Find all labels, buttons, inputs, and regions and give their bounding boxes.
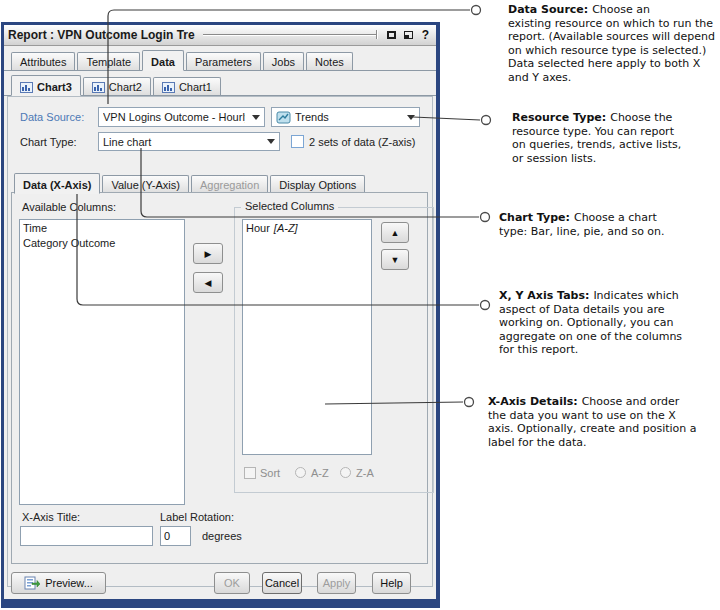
sort-checkbox-label: Sort bbox=[260, 467, 280, 479]
sort-za-radio bbox=[340, 467, 351, 478]
window-maximize-button[interactable] bbox=[385, 29, 398, 42]
list-item[interactable]: Hour[A-Z] bbox=[243, 221, 371, 236]
ok-button: OK bbox=[214, 572, 250, 594]
selected-column-name: Hour bbox=[246, 222, 270, 234]
data-tab-content: Data Source: VPN Logins Outcome - Hourly… bbox=[7, 96, 433, 587]
annotation-title: X, Y Axis Tabs: bbox=[499, 289, 589, 302]
tab-jobs-label: Jobs bbox=[272, 56, 295, 68]
chart-tab-strip: Chart3 Chart2 Chart1 bbox=[4, 72, 436, 96]
sort-az-label: A-Z bbox=[311, 467, 329, 479]
tab-parameters-label: Parameters bbox=[195, 56, 252, 68]
tab-data[interactable]: Data bbox=[142, 50, 184, 71]
titlebar-grip bbox=[203, 30, 377, 40]
callout-circle-resource-type bbox=[482, 116, 491, 125]
sort-za-label: Z-A bbox=[356, 467, 374, 479]
window-restore-button[interactable] bbox=[402, 29, 415, 42]
move-up-button[interactable]: ▲ bbox=[381, 222, 409, 243]
z-axis-checkbox-label: 2 sets of data (Z-axis) bbox=[309, 136, 415, 148]
tab-display-options[interactable]: Display Options bbox=[270, 175, 365, 193]
label-rotation-label: Label Rotation: bbox=[160, 511, 234, 523]
list-item[interactable]: Category Outcome bbox=[20, 236, 184, 251]
selected-columns-group-label: Selected Columns bbox=[241, 200, 338, 212]
tab-chart1[interactable]: Chart1 bbox=[153, 77, 221, 95]
help-button-label: Help bbox=[380, 577, 403, 589]
apply-button-label: Apply bbox=[323, 577, 351, 589]
tab-template-label: Template bbox=[86, 56, 131, 68]
selected-columns-group: Selected Columns Hour[A-Z] ▲ ▼ Sort A-Z … bbox=[234, 207, 434, 493]
chart-type-value: Line chart bbox=[103, 136, 260, 148]
help-icon: ? bbox=[422, 29, 429, 41]
screen: Report : VPN Outcome Login Tre ? Attribu… bbox=[0, 0, 720, 610]
z-axis-checkbox[interactable] bbox=[291, 135, 304, 148]
axis-tab-strip: Data (X-Axis) Value (Y-Axis) Aggregation… bbox=[11, 170, 428, 193]
data-source-select[interactable]: VPN Logins Outcome - Hourly bbox=[98, 107, 265, 127]
tab-attributes[interactable]: Attributes bbox=[11, 52, 75, 70]
annotation-data-source: Data Source:Choose an existing resource … bbox=[508, 3, 720, 84]
ok-button-label: OK bbox=[224, 577, 240, 589]
x-axis-panel: Available Columns: Time Category Outcome… bbox=[11, 192, 428, 564]
chevron-down-icon bbox=[252, 115, 260, 120]
annotation-title: Data Source: bbox=[508, 3, 588, 16]
move-right-button[interactable]: ▶ bbox=[193, 243, 223, 264]
report-dialog-window: Report : VPN Outcome Login Tre ? Attribu… bbox=[1, 22, 440, 608]
tab-notes-label: Notes bbox=[315, 56, 344, 68]
trends-resource-icon bbox=[276, 111, 291, 124]
tab-attributes-label: Attributes bbox=[20, 56, 66, 68]
preview-report-icon bbox=[24, 576, 40, 590]
bar-chart-icon bbox=[20, 82, 33, 93]
annotation-chart-type: Chart Type:Choose a chart type: Bar, lin… bbox=[499, 211, 720, 238]
tab-chart2[interactable]: Chart2 bbox=[83, 77, 151, 95]
tab-notes[interactable]: Notes bbox=[306, 52, 353, 70]
x-axis-title-label: X-Axis Title: bbox=[22, 511, 80, 523]
tab-aggregation: Aggregation bbox=[191, 175, 268, 193]
available-columns-label: Available Columns: bbox=[22, 201, 116, 213]
main-tab-strip: Attributes Template Data Parameters Jobs… bbox=[4, 47, 436, 71]
list-item[interactable]: Time bbox=[20, 221, 184, 236]
tab-jobs[interactable]: Jobs bbox=[263, 52, 304, 70]
annotation-resource-type: Resource Type:Choose the resource type. … bbox=[512, 111, 720, 165]
preview-button[interactable]: Preview... bbox=[11, 572, 106, 594]
chart-type-label: Chart Type: bbox=[20, 136, 77, 148]
chevron-down-icon bbox=[267, 139, 275, 144]
preview-button-label: Preview... bbox=[45, 577, 93, 589]
tab-chart2-label: Chart2 bbox=[109, 81, 142, 93]
tab-data-x-axis[interactable]: Data (X-Axis) bbox=[14, 173, 100, 194]
tab-chart3-label: Chart3 bbox=[37, 81, 72, 93]
titlebar: Report : VPN Outcome Login Tre ? bbox=[4, 25, 436, 46]
x-axis-title-input[interactable] bbox=[20, 526, 153, 546]
callout-circle-chart-type bbox=[481, 213, 490, 222]
resource-type-select[interactable]: Trends bbox=[271, 107, 420, 127]
tab-template[interactable]: Template bbox=[77, 52, 140, 70]
callout-circle-x-axis-details bbox=[465, 398, 474, 407]
callout-circle-data-source bbox=[472, 6, 481, 15]
tab-parameters[interactable]: Parameters bbox=[186, 52, 261, 70]
tab-value-y-axis[interactable]: Value (Y-Axis) bbox=[102, 175, 188, 193]
data-source-label: Data Source: bbox=[20, 111, 84, 123]
data-source-value: VPN Logins Outcome - Hourly bbox=[103, 111, 245, 123]
move-left-button[interactable]: ◀ bbox=[193, 272, 223, 293]
move-down-button[interactable]: ▼ bbox=[381, 249, 409, 270]
annotation-x-axis-details: X-Axis Details:Choose and order the data… bbox=[488, 395, 712, 449]
tab-aggregation-label: Aggregation bbox=[200, 179, 259, 191]
tab-data-label: Data bbox=[151, 56, 175, 68]
window-help-button[interactable]: ? bbox=[419, 29, 432, 42]
label-rotation-input[interactable] bbox=[160, 526, 191, 546]
tab-data-x-axis-label: Data (X-Axis) bbox=[23, 179, 91, 191]
help-button[interactable]: Help bbox=[372, 572, 411, 594]
callout-circle-xy-axis-tabs bbox=[481, 301, 490, 310]
tab-chart1-label: Chart1 bbox=[179, 81, 212, 93]
tab-value-y-axis-label: Value (Y-Axis) bbox=[111, 179, 179, 191]
resource-type-value: Trends bbox=[295, 111, 400, 123]
annotation-title: Chart Type: bbox=[499, 211, 570, 224]
maximize-icon bbox=[387, 31, 396, 39]
chart-type-select[interactable]: Line chart bbox=[98, 132, 280, 151]
apply-button: Apply bbox=[317, 572, 356, 594]
tab-chart3[interactable]: Chart3 bbox=[11, 75, 81, 96]
available-columns-list[interactable]: Time Category Outcome bbox=[19, 219, 185, 505]
annotation-xy-axis-tabs: X, Y Axis Tabs:Indicates which aspect of… bbox=[499, 289, 720, 357]
restore-icon bbox=[404, 31, 413, 39]
cancel-button-label: Cancel bbox=[265, 577, 299, 589]
selected-column-sort: [A-Z] bbox=[274, 222, 298, 234]
selected-columns-list[interactable]: Hour[A-Z] bbox=[242, 219, 372, 455]
cancel-button[interactable]: Cancel bbox=[262, 572, 302, 594]
